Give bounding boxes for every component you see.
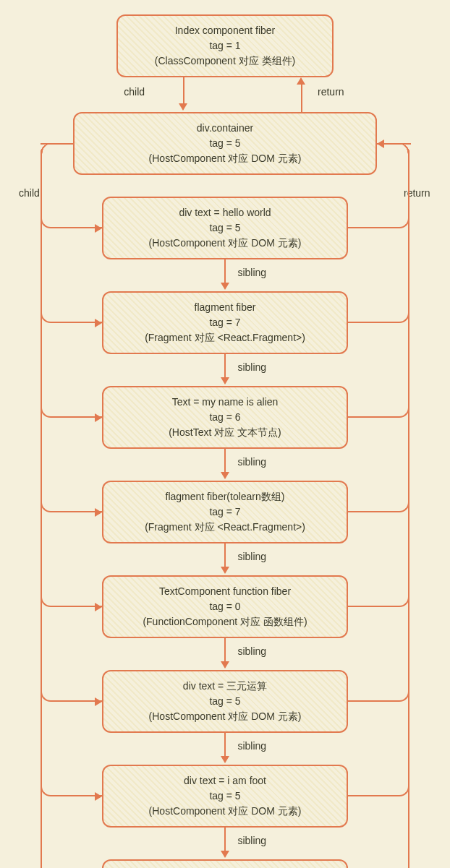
node-text: (Fragment 对应 <React.Fragment>): [114, 520, 336, 535]
node-container: div.container tag = 5 (HostComponent 对应 …: [73, 112, 377, 175]
node-child-0: div text = hello world tag = 5 (HostComp…: [102, 197, 348, 259]
node-text: tag = 7: [114, 315, 336, 330]
node-text: tag = 5: [114, 694, 336, 709]
node-child-4: TextComponent function fiber tag = 0 (Fu…: [102, 575, 348, 638]
node-text: tag = 0: [114, 599, 336, 614]
arrow-root-container: child return: [14, 77, 436, 112]
node-text: tag = 5: [114, 220, 336, 236]
edge-label-return: return: [318, 86, 344, 98]
node-text: tag = 7: [114, 504, 336, 520]
edge-return-loop: [348, 144, 409, 869]
node-text: tag = 5: [85, 136, 365, 151]
node-text: div text = 三元运算: [114, 679, 336, 694]
edge-label-child: child: [19, 187, 40, 199]
node-text: (HostComponent 对应 DOM 元素): [85, 151, 365, 166]
node-child-7: button text = 打印 render 后的内容 tag = 5 (Ho…: [102, 859, 348, 868]
node-text: (HostComponent 对应 DOM 元素): [114, 236, 336, 251]
node-child-6: div text = i am foot tag = 5 (HostCompon…: [102, 765, 348, 828]
edge-label-sibling: sibling: [237, 835, 266, 846]
node-text: flagment fiber(tolearn数组): [114, 489, 336, 504]
node-child-5: div text = 三元运算 tag = 5 (HostComponent 对…: [102, 670, 348, 733]
node-text: (HostText 对应 文本节点): [114, 425, 336, 440]
node-text: TextComponent function fiber: [114, 584, 336, 599]
edge-label-sibling: sibling: [237, 740, 266, 752]
node-text: (HostComponent 对应 DOM 元素): [114, 709, 336, 724]
node-text: (ClassComponent 对应 类组件): [128, 53, 322, 69]
node-child-2: Text = my name is alien tag = 6 (HostTex…: [102, 386, 348, 449]
node-text: Index component fiber: [128, 23, 322, 38]
edge-child-loop: [41, 144, 102, 869]
edge-label-sibling: sibling: [237, 267, 266, 278]
node-text: (HostComponent 对应 DOM 元素): [114, 804, 336, 819]
node-text: (Fragment 对应 <React.Fragment>): [114, 330, 336, 345]
edge-label-sibling: sibling: [237, 551, 266, 562]
node-text: (FunctionComponent 对应 函数组件): [114, 614, 336, 629]
node-text: flagment fiber: [114, 300, 336, 315]
node-text: tag = 1: [128, 38, 322, 53]
fiber-tree-diagram: Index component fiber tag = 1 (ClassComp…: [14, 14, 436, 868]
node-child-1: flagment fiber tag = 7 (Fragment 对应 <Rea…: [102, 291, 348, 354]
edge-label-sibling: sibling: [237, 361, 266, 373]
node-child-3: flagment fiber(tolearn数组) tag = 7 (Fragm…: [102, 481, 348, 543]
edge-label-child: child: [124, 86, 145, 98]
node-text: tag = 6: [114, 410, 336, 425]
node-text: tag = 5: [114, 788, 336, 804]
node-text: div text = i am foot: [114, 773, 336, 788]
edge-label-sibling: sibling: [237, 456, 266, 468]
node-text: div.container: [85, 121, 365, 136]
node-text: div text = hello world: [114, 205, 336, 220]
edge-label-sibling: sibling: [237, 645, 266, 657]
node-text: Text = my name is alien: [114, 395, 336, 410]
node-root: Index component fiber tag = 1 (ClassComp…: [116, 14, 334, 77]
